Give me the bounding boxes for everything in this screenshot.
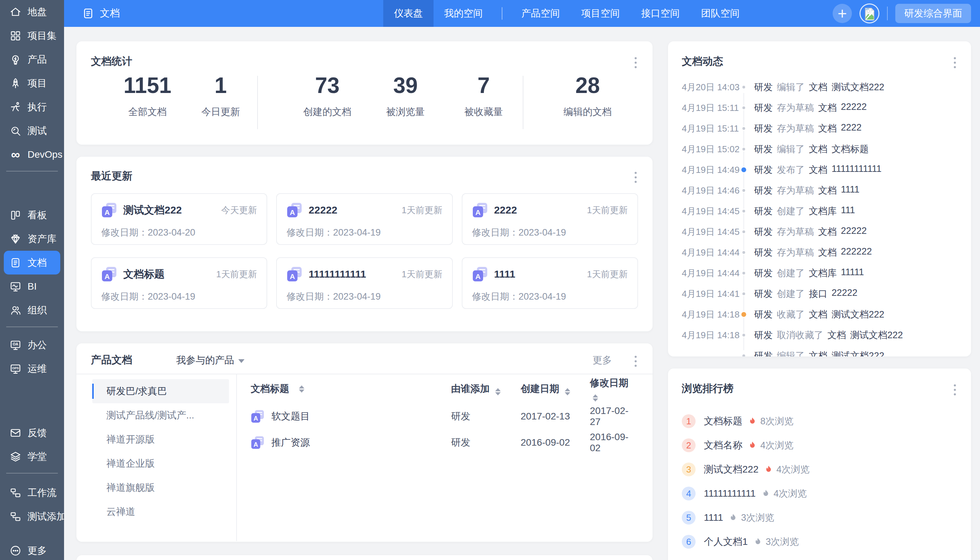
column-header-title[interactable]: 文档标题: [251, 382, 451, 395]
ranking-item: 6 个人文档1 3次浏览: [682, 530, 964, 554]
recent-doc-card[interactable]: A 测试文档222 今天更新 修改日期：2023-04-20: [91, 193, 267, 245]
sidebar-item-devops[interactable]: ∞ DevOps: [0, 143, 64, 167]
avatar[interactable]: [860, 3, 879, 23]
doc-title-link[interactable]: 个人文档1: [704, 535, 748, 548]
product-list-item[interactable]: 云禅道: [92, 500, 229, 524]
card-title: 最近更新: [91, 169, 132, 183]
chevron-down-icon: [238, 359, 245, 363]
kebab-menu-icon[interactable]: [632, 55, 639, 70]
sidebar-item-execution[interactable]: 执行: [0, 95, 64, 119]
sidebar-item-test-add[interactable]: 测试添加·: [0, 505, 64, 528]
activity-item: 4月19日 14:41 研发 创建了 接口 22222: [682, 283, 965, 304]
kebab-menu-icon[interactable]: [952, 382, 958, 397]
column-header-created[interactable]: 创建日期: [521, 382, 590, 395]
sidebar-item-home[interactable]: 地盘: [0, 0, 64, 24]
kebab-menu-icon[interactable]: [632, 354, 639, 369]
sidebar-item-doc[interactable]: 文档: [4, 251, 60, 275]
product-list-item[interactable]: 测试产品线/测试产...: [92, 403, 229, 427]
sidebar-item-ops[interactable]: OPS 运维: [0, 357, 64, 380]
sidebar-item-workflow[interactable]: 工作流: [0, 481, 64, 505]
tab-team-space[interactable]: 团队空间: [690, 0, 750, 27]
doc-file-icon: A: [472, 266, 488, 282]
activity-time: 4月19日 14:44: [682, 267, 734, 279]
doc-title-link[interactable]: 1111: [704, 512, 723, 523]
sidebar-item-project[interactable]: 项目: [0, 71, 64, 95]
activity-time: 4月19日 15:11: [682, 123, 734, 135]
recent-doc-card[interactable]: A 文档标题 1天前更新 修改日期：2023-04-19: [91, 257, 267, 309]
activity-target-link[interactable]: 测试文档222: [832, 81, 884, 93]
card-title: 文档统计: [91, 54, 132, 68]
doc-adder: 研发: [451, 436, 521, 449]
activity-time: 4月19日 14:49: [682, 164, 734, 176]
svg-text:A: A: [475, 272, 480, 280]
create-button[interactable]: +: [833, 4, 852, 23]
recent-doc-card[interactable]: A 2222 1天前更新 修改日期：2023-04-19: [462, 193, 638, 245]
activity-time: 4月19日 15:02: [682, 143, 734, 155]
tab-api-space[interactable]: 接口空间: [631, 0, 690, 27]
product-list-item[interactable]: 禅道开源版: [92, 427, 229, 452]
view-count: 4次浏览: [760, 439, 794, 452]
column-header-adder[interactable]: 由谁添加: [451, 382, 521, 395]
tab-product-space[interactable]: 产品空间: [511, 0, 571, 27]
sidebar-item-kanban[interactable]: 看板: [0, 203, 64, 227]
kebab-menu-icon[interactable]: [632, 170, 639, 185]
product-list-item[interactable]: 禅道旗舰版: [92, 476, 229, 500]
workspace-switch-button[interactable]: 研发综合界面: [895, 4, 971, 23]
activity-target-link[interactable]: 测试文档222: [832, 308, 884, 321]
sidebar-item-product[interactable]: 产品: [0, 48, 64, 71]
tab-my-space[interactable]: 我的空间: [434, 0, 493, 27]
sidebar-item-academy[interactable]: 学堂: [0, 445, 64, 468]
tab-divider: [502, 7, 502, 20]
flame-icon: [754, 537, 762, 546]
table-row[interactable]: A 软文题目 研发 2017-02-13 2017-02-27: [251, 403, 638, 430]
activity-action: 创建了: [777, 267, 805, 279]
sidebar-item-program[interactable]: 项目集: [0, 24, 64, 48]
activity-target-link[interactable]: 111: [841, 205, 855, 217]
stat-created-docs: 73创建的文档: [288, 73, 366, 118]
product-list-item[interactable]: 研发巴/求真巴: [92, 379, 229, 403]
product-list-item[interactable]: 禅道企业版: [92, 452, 229, 476]
doc-title: 2222: [494, 204, 581, 216]
recent-doc-card[interactable]: A 1111 1天前更新 修改日期：2023-04-19: [462, 257, 638, 309]
sidebar-item-more[interactable]: 更多: [0, 538, 64, 560]
activity-target-link[interactable]: 22222: [841, 226, 867, 238]
sidebar-item-label: 学堂: [28, 450, 47, 463]
activity-target-link[interactable]: 11111111111: [832, 163, 882, 176]
doc-title-link[interactable]: 11111111111: [704, 488, 756, 499]
sidebar-item-label: 办公: [28, 338, 47, 352]
sidebar-item-qa[interactable]: 测试: [0, 119, 64, 143]
tab-dashboard[interactable]: 仪表盘: [383, 0, 434, 27]
activity-target-link[interactable]: 测试文档222: [832, 350, 884, 357]
column-header-modified[interactable]: 修改日期: [590, 377, 638, 402]
activity-action: 存为草稿: [777, 184, 814, 197]
sidebar-item-oa[interactable]: OA 办公: [0, 333, 64, 357]
activity-target-link[interactable]: 测试文档222: [850, 329, 903, 341]
sidebar-item-org[interactable]: 组织: [0, 298, 64, 322]
tab-project-space[interactable]: 项目空间: [571, 0, 631, 27]
sidebar-item-assets[interactable]: 资产库: [0, 227, 64, 251]
recent-doc-card[interactable]: A 11111111111 1天前更新 修改日期：2023-04-19: [276, 257, 453, 309]
doc-title-link[interactable]: 测试文档222: [704, 463, 759, 476]
app-title: 文档: [82, 0, 120, 27]
kebab-menu-icon[interactable]: [952, 55, 958, 70]
doc-title-link[interactable]: 文档标题: [704, 415, 742, 428]
activity-target-link[interactable]: 2222: [841, 122, 862, 135]
recent-doc-card[interactable]: A 22222 1天前更新 修改日期：2023-04-19: [276, 193, 453, 245]
sidebar-item-bi[interactable]: BI: [0, 275, 64, 298]
ranking-item: 2 文档名称 4次浏览: [682, 433, 964, 457]
activity-target-link[interactable]: 22222: [832, 288, 857, 300]
doc-title-link[interactable]: 文档名称: [704, 439, 742, 452]
activity-action: 收藏了: [777, 308, 805, 321]
sidebar-item-feedback[interactable]: 反馈: [0, 421, 64, 445]
activity-target-link[interactable]: 1111: [841, 184, 860, 197]
activity-target-link[interactable]: 222222: [841, 246, 872, 258]
activity-target-link[interactable]: 文档标题: [832, 143, 869, 155]
flow-icon: [9, 510, 22, 523]
timeline-dot: [741, 333, 746, 338]
activity-list: 4月20日 14:03 研发 编辑了 文档 测试文档222 4月19日 15:1…: [682, 77, 965, 357]
activity-target-link[interactable]: 22222: [841, 102, 867, 114]
product-filter-dropdown[interactable]: 我参与的产品: [176, 354, 245, 367]
activity-target-link[interactable]: 11111: [841, 267, 864, 279]
table-row[interactable]: A 推广资源 研发 2016-09-02 2016-09-02: [251, 430, 638, 456]
more-link[interactable]: 更多: [592, 354, 612, 367]
